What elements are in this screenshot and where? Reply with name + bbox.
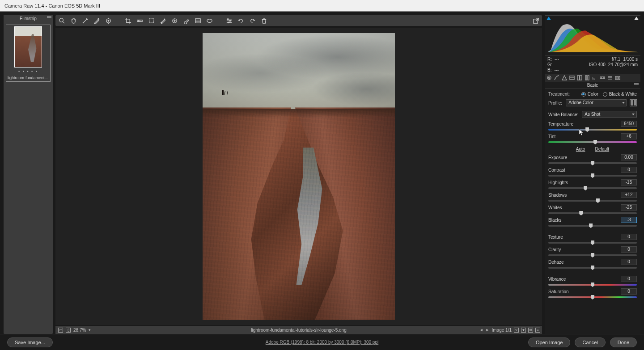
done-button[interactable]: Done <box>610 337 637 347</box>
dehaze-label: Dehaze <box>548 260 564 265</box>
shadow-clip-icon[interactable]: ▼ <box>521 328 526 333</box>
tab-curve-icon[interactable] <box>554 75 559 80</box>
save-image-button[interactable]: Save Image... <box>7 337 53 347</box>
straighten-tool-icon[interactable] <box>136 17 143 24</box>
view-mode-single-icon[interactable]: ▭ <box>58 328 63 333</box>
targeted-adjust-tool-icon[interactable] <box>105 17 112 24</box>
clarity-value[interactable]: 0 <box>621 246 637 253</box>
tab-basic-icon[interactable] <box>547 75 552 80</box>
tint-slider[interactable] <box>548 141 637 143</box>
svg-point-43 <box>617 77 619 79</box>
spot-removal-tool-icon[interactable] <box>159 17 166 24</box>
panel-menu-icon[interactable] <box>634 83 639 87</box>
filmstrip-header: Filmstrip <box>4 15 53 22</box>
open-image-button[interactable]: Open Image <box>528 337 571 347</box>
shadows-value[interactable]: +12 <box>621 192 637 198</box>
temperature-slider[interactable] <box>548 129 637 131</box>
highlight-clipping-warning-icon[interactable] <box>634 17 639 20</box>
vibrance-value[interactable]: 0 <box>621 276 637 282</box>
wb-dropdown[interactable]: As Shot <box>582 111 637 118</box>
tint-value[interactable]: +6 <box>621 133 637 139</box>
tab-lens-icon[interactable] <box>585 75 590 80</box>
highlight-clip-icon[interactable]: Y <box>514 328 519 333</box>
vibrance-slider[interactable] <box>548 284 637 286</box>
hand-tool-icon[interactable] <box>70 17 77 24</box>
profile-dropdown[interactable]: Adobe Color <box>566 99 627 106</box>
saturation-value[interactable]: 0 <box>621 288 637 295</box>
preferences-icon[interactable] <box>225 17 233 24</box>
dehaze-value[interactable]: 0 <box>621 259 637 265</box>
auto-button[interactable]: Auto <box>576 147 585 152</box>
treatment-color-radio[interactable] <box>581 92 586 97</box>
dehaze-slider[interactable] <box>548 267 637 269</box>
view-mode-compare-icon[interactable]: ▯ <box>66 328 71 333</box>
main-photo <box>203 33 395 320</box>
cancel-button[interactable]: Cancel <box>575 337 605 347</box>
tab-presets-icon[interactable] <box>607 75 613 80</box>
delete-icon[interactable] <box>260 17 267 24</box>
contrast-value[interactable]: 0 <box>621 167 637 173</box>
prev-image-icon[interactable]: ◄ <box>479 328 483 332</box>
clarity-slider[interactable] <box>548 254 637 256</box>
contrast-slider[interactable] <box>548 175 637 177</box>
white-balance-tool-icon[interactable] <box>81 17 89 24</box>
tab-fx-icon[interactable]: fx <box>592 75 597 80</box>
tab-snapshots-icon[interactable] <box>615 75 620 80</box>
whites-slider[interactable] <box>548 212 637 214</box>
zoom-tool-icon[interactable] <box>58 17 65 24</box>
status-bar: ▭ ▯ 28.7% ▾ lightroom-fundamental-tutori… <box>55 326 542 334</box>
settings-icon[interactable]: ≡ <box>535 328 540 333</box>
blacks-value[interactable]: -3 <box>621 217 637 223</box>
svg-point-4 <box>108 20 109 21</box>
image-count: Image 1/1 <box>492 328 512 333</box>
rotate-ccw-icon[interactable] <box>237 17 244 24</box>
exposure-value[interactable]: 0.00 <box>621 154 637 160</box>
zoom-level[interactable]: 28.7% <box>73 328 86 333</box>
workflow-options-link[interactable]: Adobe RGB (1998); 8 bit; 2000 by 3000 (6… <box>266 340 378 345</box>
tab-detail-icon[interactable] <box>562 75 567 80</box>
color-sampler-tool-icon[interactable] <box>93 17 100 24</box>
texture-value[interactable]: 0 <box>621 234 637 240</box>
image-viewer[interactable] <box>55 28 542 325</box>
shadow-clipping-warning-icon[interactable] <box>547 17 551 20</box>
filmstrip-menu-icon[interactable] <box>47 16 51 20</box>
tab-calibration-icon[interactable] <box>600 75 605 80</box>
tab-split-icon[interactable] <box>577 75 582 80</box>
tab-hsl-icon[interactable] <box>569 75 575 80</box>
treatment-bw-label[interactable]: Black & White <box>609 92 637 97</box>
histogram[interactable] <box>545 15 640 55</box>
crop-tool-icon[interactable] <box>124 17 131 24</box>
wb-label: White Balance: <box>548 112 578 117</box>
shadows-slider[interactable] <box>548 200 637 202</box>
highlights-value[interactable]: -15 <box>621 179 637 186</box>
svg-point-2 <box>97 18 99 20</box>
exposure-label: Exposure <box>548 155 567 160</box>
filmstrip-thumbnail[interactable]: • • • • • lightroom-fundamental-tutori..… <box>6 25 51 82</box>
default-button[interactable]: Default <box>595 147 609 152</box>
transform-tool-icon[interactable] <box>148 17 155 24</box>
radial-filter-tool-icon[interactable] <box>206 17 213 24</box>
svg-rect-11 <box>149 18 153 22</box>
redeye-tool-icon[interactable] <box>171 17 178 24</box>
mask-overlay-icon[interactable]: ⊞ <box>528 328 533 333</box>
saturation-slider[interactable] <box>548 296 637 298</box>
open-external-icon[interactable] <box>532 17 539 24</box>
svg-rect-34 <box>588 76 589 80</box>
zoom-dropdown-icon[interactable]: ▾ <box>89 328 91 332</box>
temperature-slider-row: Temperature 6450 <box>548 121 637 131</box>
graduated-filter-tool-icon[interactable] <box>194 17 201 24</box>
treatment-bw-radio[interactable] <box>603 92 607 97</box>
treatment-color-label[interactable]: Color <box>588 92 598 97</box>
exposure-slider[interactable] <box>548 162 637 164</box>
svg-point-24 <box>229 20 230 21</box>
thumbnail-rating-dots[interactable]: • • • • • <box>18 69 38 74</box>
profile-browser-icon[interactable] <box>630 99 637 106</box>
next-image-icon[interactable]: ► <box>486 328 490 332</box>
highlights-slider[interactable] <box>548 187 637 189</box>
rotate-cw-icon[interactable] <box>249 17 256 24</box>
whites-value[interactable]: -25 <box>621 204 637 211</box>
temperature-value[interactable]: 6450 <box>621 121 637 127</box>
adjustment-brush-tool-icon[interactable] <box>182 17 190 24</box>
texture-slider[interactable] <box>548 242 637 244</box>
blacks-slider[interactable] <box>548 225 637 227</box>
